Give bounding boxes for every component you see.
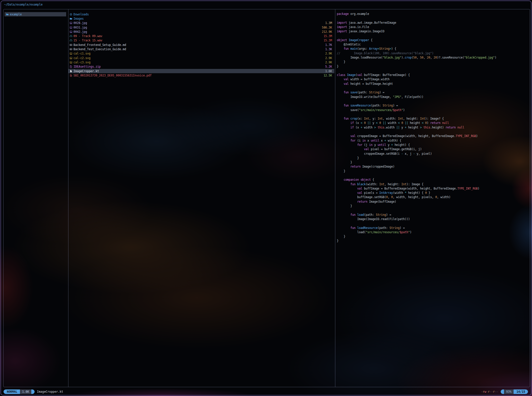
file-row[interactable]: example: [5, 12, 66, 16]
file-size: 2.9K: [325, 52, 332, 55]
file-name: 0028.jpg: [73, 21, 87, 25]
code-line: if (x < 0 || y < 0 || width < 0 || heigh…: [337, 121, 531, 125]
position-pill: 93% 14/15: [501, 389, 528, 394]
code-line: }: [337, 65, 531, 69]
file-row[interactable]: Backend_Test_Execution_Guide.md1.3K: [68, 47, 334, 51]
file-position: 14/15: [514, 389, 528, 394]
code-line: [337, 113, 531, 117]
image-icon: [70, 57, 73, 59]
permissions-text: -rw-r--r--: [481, 390, 498, 393]
file-name: Backend_Test_Execution_Guide.md: [73, 47, 126, 51]
file-row[interactable]: 15 - Track 15.wav15.3M: [68, 38, 334, 43]
headphones-icon: [70, 35, 73, 37]
code-line: fun loadResource(path: String) =: [337, 226, 531, 230]
code-line: for (j in y until y + height) {: [337, 143, 531, 147]
code-line: [337, 86, 531, 91]
file-size: 5.2K: [325, 65, 332, 68]
code-line: [337, 174, 531, 178]
code-line: fun black(width: Int, height: Int): Imag…: [337, 182, 531, 187]
terminal-window: ~/Data/example/example example Downloads…: [1, 1, 531, 395]
code-line: [337, 130, 531, 134]
code-line: val height = buffImage.height: [337, 82, 531, 86]
image-icon: [70, 22, 73, 24]
file-name: ImageCropper.kt: [73, 69, 99, 73]
file-name: 0042.jpg: [73, 30, 87, 34]
headphones-icon: [70, 39, 73, 42]
file-size: 1.3K: [325, 47, 332, 51]
file-name: SBI_0032013739_2023_DE05_0003155631Invoi…: [73, 74, 151, 77]
code-line: return Image(buffImage): [337, 200, 531, 204]
code-line: [337, 34, 531, 38]
status-right: -rw-r--r-- 93% 14/15: [481, 389, 528, 394]
code-line: fun save(path: String) =: [337, 91, 531, 95]
file-size: 2.9K: [325, 56, 332, 60]
statusbar-filename: ImageCropper.kt: [37, 390, 63, 393]
code-line: val width = buffImage.width: [337, 77, 531, 82]
code-line: if (x + width > this.width || y + height…: [337, 126, 531, 130]
image-icon: [70, 52, 73, 55]
file-list-pane: DownloadsImages0028.jpg1.3M0031.jpg586.3…: [68, 12, 334, 77]
file-row[interactable]: cal-c1.svg2.9K: [68, 51, 334, 56]
file-row[interactable]: SBI_0032013739_2023_DE05_0003155631Invoi…: [68, 73, 334, 77]
file-size: 1.3M: [325, 21, 332, 25]
code-line: croppedImage.setRGB(i - x, j - y, pixel): [337, 152, 531, 156]
code-line: import javax.imageio.ImageIO: [337, 30, 531, 34]
code-line: buffImage.setRGB(0, 0, width, height, pi…: [337, 195, 531, 200]
file-row[interactable]: IDEAsettings.zip5.2K: [68, 65, 334, 69]
code-line: fun saveResource(path: String) =: [337, 104, 531, 108]
scroll-percent: 93%: [504, 389, 514, 394]
code-line: }: [337, 156, 531, 161]
code-line: package org.example: [337, 12, 531, 16]
code-line: }: [337, 60, 531, 64]
code-line: companion object {: [337, 178, 531, 182]
code-line: }: [337, 239, 531, 243]
image-icon: [70, 26, 73, 29]
zip-icon: [70, 65, 73, 68]
file-name: cal-c1.svg: [73, 52, 90, 55]
file-row[interactable]: 0028.jpg1.3M: [68, 21, 334, 25]
file-icon: [70, 70, 73, 72]
file-size: 1.7K: [325, 43, 332, 47]
mode-pill: NORMAL 1.6K: [4, 389, 35, 394]
file-row[interactable]: cal-c3.svg2.9K: [68, 60, 334, 64]
file-name: cal-c3.svg: [73, 61, 90, 64]
code-line: }: [337, 169, 531, 174]
status-bar: NORMAL 1.6K ImageCropper.kt -rw-r--r-- 9…: [4, 389, 528, 394]
file-size: 1.6K: [325, 69, 332, 73]
file-name: 0031.jpg: [73, 26, 87, 29]
code-line: save("src/main/resources/$path"): [337, 108, 531, 113]
file-row[interactable]: Images: [68, 16, 334, 21]
pdf-icon: [70, 74, 73, 77]
parent-directory-pane: example: [5, 12, 66, 16]
code-line: import java.io.File: [337, 25, 531, 30]
image-icon: [70, 61, 73, 64]
code-line: // Image.black(100, 100).saveResource("b…: [337, 51, 531, 56]
file-row[interactable]: 0042.jpg212.9K: [68, 30, 334, 34]
pill-cap-icon: [501, 389, 504, 394]
preview-pane: package org.example import java.awt.imag…: [337, 12, 531, 244]
file-row[interactable]: cal-c2.svg2.9K: [68, 56, 334, 60]
code-line: Image.loadResource("black.jpg").crop(50,…: [337, 56, 531, 60]
code-line: import java.awt.image.BufferedImage: [337, 21, 531, 25]
code-line: for (i in x until x + width) {: [337, 139, 531, 143]
file-name: 15 - Track 15.wav: [73, 39, 102, 42]
file-size: 15.3M: [323, 34, 332, 38]
code-line: [337, 69, 531, 73]
file-row[interactable]: ImageCropper.kt1.6K: [68, 69, 334, 73]
code-line: Image(ImageIO.read(File(path))): [337, 217, 531, 222]
code-line: }: [337, 161, 531, 165]
file-name: IDEAsettings.zip: [73, 65, 101, 68]
file-row[interactable]: Backend_Frontend_Setup_Guide.md1.7K: [68, 43, 334, 47]
file-row[interactable]: Downloads: [68, 12, 334, 16]
file-name: Images: [73, 17, 84, 20]
code-line: ImageIO.write(buffImage, "JPG", File(pat…: [337, 95, 531, 99]
code-line: fun load(path: String) =: [337, 213, 531, 217]
markdown-icon: [70, 48, 73, 50]
file-name: Downloads: [73, 13, 89, 16]
file-row[interactable]: 09 - Track 09.wav15.3M: [68, 34, 334, 38]
code-line: [337, 16, 531, 21]
file-size-badge: 1.6K: [20, 389, 32, 394]
code-line: [337, 222, 531, 226]
file-row[interactable]: 0031.jpg586.3K: [68, 25, 334, 30]
code-line: fun crop(x: Int, y: Int, width: Int, hei…: [337, 117, 531, 121]
